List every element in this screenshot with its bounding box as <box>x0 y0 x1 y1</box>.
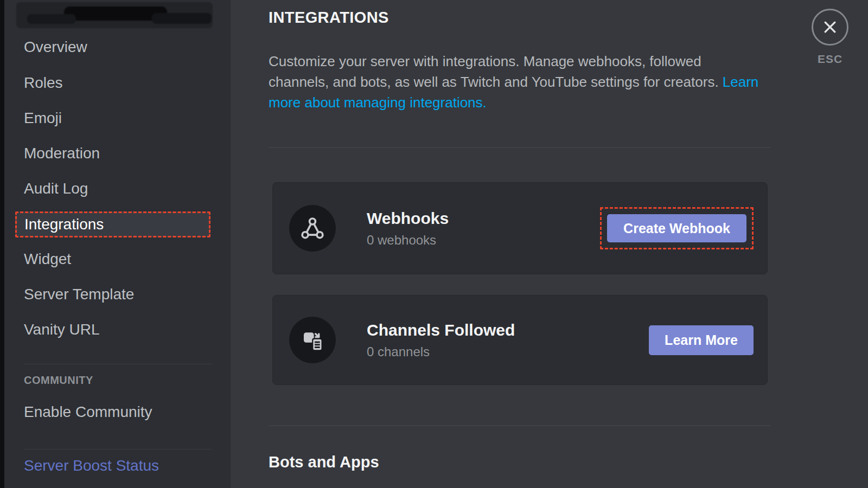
sidebar-item-overview[interactable]: Overview <box>24 36 213 59</box>
content-divider <box>269 425 770 426</box>
server-name-redacted <box>16 2 213 28</box>
redaction-blob <box>152 13 212 24</box>
close-button[interactable] <box>812 9 848 46</box>
sidebar-item-emoji[interactable]: Emoji <box>24 107 213 130</box>
webhook-icon <box>289 205 336 252</box>
page-description: Customize your server with integrations.… <box>269 51 760 113</box>
esc-hint-label: ESC <box>810 53 850 66</box>
sidebar-item-server-template[interactable]: Server Template <box>24 283 213 306</box>
annotation-highlight: Create Webhook <box>600 207 754 249</box>
close-icon <box>822 19 838 35</box>
sidebar-item-roles[interactable]: Roles <box>24 72 213 94</box>
card-title: Webhooks <box>367 209 449 228</box>
sidebar-item-integrations[interactable]: Integrations <box>15 211 210 237</box>
card-subtitle: 0 channels <box>367 344 515 359</box>
sidebar-item-widget[interactable]: Widget <box>24 248 213 271</box>
redaction-blob <box>27 14 76 24</box>
sidebar-item-enable-community[interactable]: Enable Community <box>24 401 213 423</box>
sidebar-divider <box>24 364 212 364</box>
channels-followed-icon <box>289 317 336 363</box>
learn-more-button[interactable]: Learn More <box>649 325 754 355</box>
bots-and-apps-heading: Bots and Apps <box>269 453 379 471</box>
sidebar-item-audit-log[interactable]: Audit Log <box>24 177 213 200</box>
webhooks-card: Webhooks 0 webhooks Create Webhook <box>272 182 768 274</box>
settings-sidebar: Overview Roles Emoji Moderation Audit Lo… <box>4 0 231 488</box>
description-text: Customize your server with integrations.… <box>269 53 723 90</box>
channels-followed-card: Channels Followed 0 channels Learn More <box>272 295 768 385</box>
sidebar-item-vanity-url[interactable]: Vanity URL <box>24 318 213 341</box>
sidebar-divider <box>24 449 212 450</box>
content-divider <box>269 147 770 148</box>
create-webhook-button[interactable]: Create Webhook <box>607 214 746 242</box>
page-title: INTEGRATIONS <box>269 9 389 27</box>
integrations-panel: INTEGRATIONS Customize your server with … <box>231 0 868 488</box>
window-edge-strip <box>0 0 4 488</box>
close-settings: ESC <box>810 9 850 66</box>
card-subtitle: 0 webhooks <box>367 233 449 248</box>
sidebar-item-moderation[interactable]: Moderation <box>24 142 213 165</box>
sidebar-section-community: COMMUNITY <box>24 374 93 387</box>
card-title: Channels Followed <box>367 321 515 339</box>
sidebar-item-server-boost-status[interactable]: Server Boost Status <box>24 454 213 477</box>
